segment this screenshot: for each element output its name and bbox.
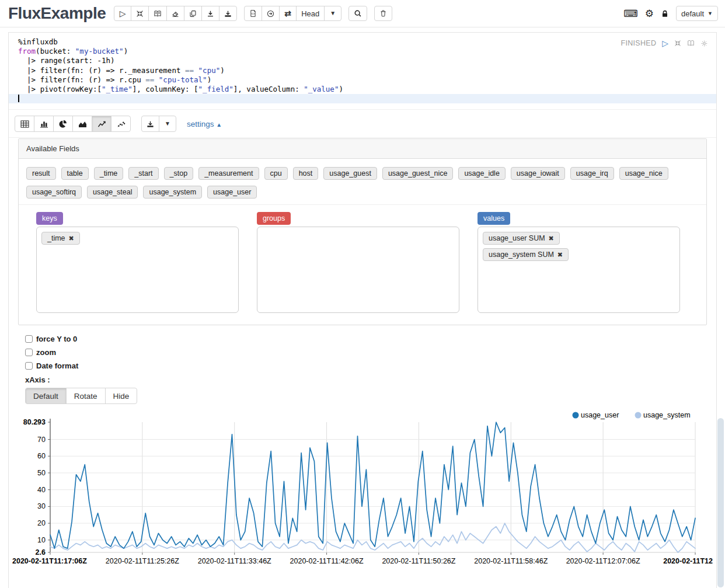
groups-dropbox[interactable] — [257, 227, 459, 313]
run-all-button[interactable]: ▷ — [114, 6, 131, 21]
keys-dropbox[interactable]: _time✖ — [36, 227, 239, 313]
clone-note-button[interactable] — [184, 6, 202, 21]
code-token: |> filter(fn: (r) => r._measurement — [18, 66, 185, 75]
gear-icon[interactable]: ⚙ — [645, 9, 654, 19]
field-chip[interactable]: cpu — [264, 167, 288, 180]
field-chip[interactable]: table — [61, 167, 89, 180]
toggle-editor-button[interactable] — [687, 40, 695, 47]
chart-canvas[interactable]: 2.61020304050607080.2932020-02-11T11:17:… — [9, 406, 714, 569]
field-chip[interactable]: usage_nice — [619, 167, 668, 180]
download-group: ▼ — [141, 116, 176, 132]
code-token: |> pivot(rowKey:[ — [18, 85, 102, 93]
code-token: ], valueColumn: — [233, 85, 304, 93]
table-view-button[interactable] — [15, 116, 34, 132]
field-chip[interactable]: _measurement — [198, 167, 259, 180]
interpreter-binding-button[interactable]: default▼ — [676, 6, 718, 21]
checkbox-icon[interactable] — [25, 349, 33, 356]
field-chip[interactable]: usage_guest_nice — [382, 167, 453, 180]
scatter-chart-button[interactable] — [111, 116, 131, 132]
lock-icon[interactable] — [661, 9, 669, 18]
field-chip[interactable]: _start — [128, 167, 158, 180]
field-chip[interactable]: usage_user SUM✖ — [483, 232, 560, 245]
legend-item-usage_system[interactable]: usage_system — [635, 411, 691, 419]
field-chip[interactable]: usage_system — [143, 186, 202, 199]
field-chip[interactable]: result — [26, 167, 56, 180]
scrollbar-thumb[interactable] — [717, 418, 724, 587]
settings-toggle-link[interactable]: settings ▲ — [187, 120, 222, 128]
commit-button[interactable] — [244, 6, 262, 21]
code-line[interactable]: |> pivot(rowKey:["_time"], columnKey: ["… — [9, 85, 716, 94]
field-chip[interactable]: _time — [94, 167, 124, 180]
version-control-group: ⇄ Head ▼ — [244, 6, 341, 21]
xaxis-default-button[interactable]: Default — [25, 388, 67, 404]
code-line[interactable]: %influxdb — [9, 37, 716, 47]
caret-up-icon: ▲ — [216, 121, 222, 128]
zoom-checkbox[interactable]: zoom — [25, 346, 716, 359]
run-paragraph-button[interactable]: ▷ — [662, 39, 668, 48]
collapse-paragraph-button[interactable] — [674, 40, 681, 47]
field-chip[interactable]: host — [293, 167, 319, 180]
field-chip-label: _measurement — [204, 169, 253, 178]
collapse-button[interactable] — [131, 6, 149, 21]
code-line[interactable]: from(bucket: "my-bucket") — [9, 47, 716, 56]
field-chip[interactable]: usage_iowait — [511, 167, 565, 180]
remove-note-button[interactable] — [374, 6, 392, 21]
revision-dropdown-button[interactable]: ▼ — [324, 6, 341, 21]
legend-item-usage_user[interactable]: usage_user — [573, 411, 619, 419]
search-button[interactable] — [348, 6, 367, 21]
caret-down-icon: ▼ — [330, 11, 336, 16]
field-chip[interactable]: usage_softirq — [26, 186, 82, 199]
book-icon — [154, 10, 162, 18]
divider — [9, 137, 716, 138]
checkbox-icon[interactable] — [25, 362, 33, 370]
download-dropdown-button[interactable]: ▼ — [159, 116, 176, 132]
y-tick-label: 20 — [37, 519, 46, 527]
field-chip[interactable]: usage_steal — [87, 186, 138, 199]
values-badge: values — [477, 212, 510, 225]
collapse-icon — [674, 40, 681, 47]
code-cursor-line[interactable] — [9, 94, 716, 103]
code-line[interactable]: |> range(start: -1h) — [9, 56, 716, 65]
series-usage_system[interactable] — [50, 523, 695, 552]
xaxis-hide-button[interactable]: Hide — [105, 388, 138, 404]
xaxis-rotate-button[interactable]: Rotate — [66, 388, 106, 404]
code-editor[interactable]: %influxdbfrom(bucket: "my-bucket") |> ra… — [9, 33, 716, 109]
clear-output-button[interactable] — [166, 6, 184, 21]
line-chart-button[interactable] — [92, 116, 111, 132]
field-chip[interactable]: usage_guest — [323, 167, 377, 180]
revision-head-button[interactable]: Head — [296, 6, 325, 21]
values-dropbox[interactable]: usage_user SUM✖usage_system SUM✖ — [477, 227, 680, 313]
field-chip[interactable]: usage_idle — [458, 167, 505, 180]
x-tick-label: 2020-02-11T11:25:26Z — [106, 557, 179, 565]
date-format-checkbox[interactable]: Date format — [25, 359, 716, 373]
force-y-checkbox[interactable]: force Y to 0 — [25, 332, 716, 346]
code-line[interactable]: |> filter(fn: (r) => r._measurement == "… — [9, 66, 716, 75]
area-chart-button[interactable] — [72, 116, 92, 132]
import-note-button[interactable] — [219, 6, 237, 21]
show-code-button[interactable] — [148, 6, 167, 21]
keyboard-icon[interactable]: ⌨ — [623, 9, 638, 19]
field-chip[interactable]: _time✖ — [41, 232, 80, 245]
field-chip[interactable]: usage_irq — [570, 167, 614, 180]
remove-icon[interactable]: ✖ — [549, 235, 554, 242]
remove-icon[interactable]: ✖ — [69, 235, 74, 242]
field-chip[interactable]: usage_system SUM✖ — [483, 248, 569, 261]
compare-revisions-button[interactable]: ⇄ — [279, 6, 297, 21]
paragraph-settings-button[interactable] — [700, 40, 708, 47]
series-usage_user[interactable] — [50, 422, 695, 548]
export-note-button[interactable] — [201, 6, 219, 21]
code-line[interactable]: |> filter(fn: (r) => r.cpu == "cpu-total… — [9, 75, 716, 85]
download-data-button[interactable] — [141, 116, 159, 132]
field-chip[interactable]: _stop — [164, 167, 194, 180]
code-token: "my-bucket" — [75, 47, 124, 55]
remove-icon[interactable]: ✖ — [557, 251, 563, 259]
bar-chart-button[interactable] — [34, 116, 54, 132]
line-chart[interactable]: 2.61020304050607080.2932020-02-11T11:17:… — [9, 406, 716, 570]
scatter-chart-icon — [117, 120, 126, 128]
pie-chart-button[interactable] — [53, 116, 73, 132]
checkbox-icon[interactable] — [25, 335, 33, 343]
set-revision-button[interactable] — [262, 6, 280, 21]
keys-badge: keys — [36, 212, 63, 225]
field-chip[interactable]: usage_user — [207, 186, 257, 199]
x-tick-label: 2020-02-11T12 — [663, 557, 713, 565]
